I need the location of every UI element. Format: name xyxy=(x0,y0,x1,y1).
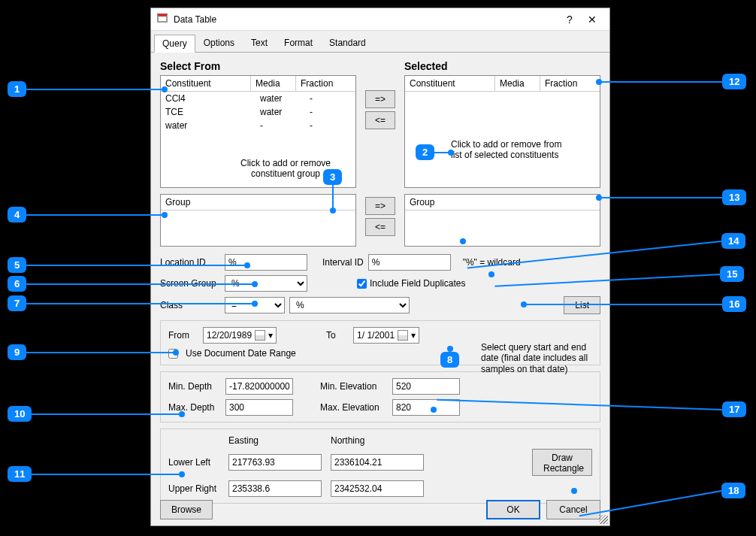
callout-17: 17 xyxy=(722,401,746,417)
chevron-down-icon: ▾ xyxy=(268,330,273,341)
from-date-input[interactable]: 12/20/1989▾ xyxy=(203,327,277,344)
close-button[interactable]: ✕ xyxy=(581,14,603,26)
lower-left-easting-input[interactable] xyxy=(228,454,322,471)
remove-constituent-button[interactable]: <= xyxy=(365,111,395,129)
callout-9: 9 xyxy=(8,344,26,360)
easting-label: Easting xyxy=(228,435,326,446)
add-group-button[interactable]: => xyxy=(365,197,395,215)
list-item: TCEwater- xyxy=(161,105,355,119)
include-duplicates-label: Include Field Duplicates xyxy=(370,278,465,289)
callout-14: 14 xyxy=(721,233,745,249)
min-depth-label: Min. Depth xyxy=(168,381,221,392)
include-duplicates-checkbox[interactable] xyxy=(357,279,367,289)
draw-rectangle-button[interactable]: Draw Rectangle xyxy=(532,449,592,476)
callout-4: 4 xyxy=(8,207,26,223)
callout-16: 16 xyxy=(722,296,746,312)
max-depth-input[interactable] xyxy=(225,399,293,416)
col-constituent: Constituent xyxy=(161,76,251,91)
tab-text[interactable]: Text xyxy=(243,34,276,52)
max-elev-label: Max. Elevation xyxy=(320,402,388,413)
northing-label: Northing xyxy=(331,435,428,446)
class-value-select[interactable]: % xyxy=(289,297,410,313)
callout-8: 8 xyxy=(440,352,459,368)
list-item: CCl4water- xyxy=(161,92,355,105)
tab-options[interactable]: Options xyxy=(195,34,243,52)
callout-5: 5 xyxy=(8,257,26,273)
callout-7: 7 xyxy=(8,295,26,311)
callout-1: 1 xyxy=(8,81,26,97)
to-label: To xyxy=(326,330,349,341)
min-elev-label: Min. Elevation xyxy=(320,381,388,392)
callout-13: 13 xyxy=(722,189,746,205)
app-icon xyxy=(157,14,169,26)
tab-query[interactable]: Query xyxy=(154,35,195,53)
upper-right-easting-input[interactable] xyxy=(228,480,322,497)
upper-right-northing-input[interactable] xyxy=(331,480,424,497)
resize-grip-icon[interactable] xyxy=(599,515,608,524)
callout-15: 15 xyxy=(720,266,744,282)
col-fraction: Fraction xyxy=(296,76,355,91)
interval-id-label: Interval ID xyxy=(322,257,364,268)
selected-list[interactable]: Constituent Media Fraction xyxy=(404,75,600,188)
selected-label: Selected xyxy=(404,60,600,72)
chevron-down-icon: ▾ xyxy=(411,330,416,341)
list-item: water-- xyxy=(161,119,355,132)
group-selected-col: Group xyxy=(405,195,600,210)
annotation-selected-constituents: Click to add or remove from list of sele… xyxy=(451,139,564,161)
col-constituent-sel: Constituent xyxy=(405,76,495,91)
col-media-sel: Media xyxy=(495,76,540,91)
callout-3: 3 xyxy=(323,169,342,185)
calendar-icon xyxy=(255,330,265,341)
col-fraction-sel: Fraction xyxy=(540,76,600,91)
min-elev-input[interactable] xyxy=(392,378,460,395)
calendar-icon xyxy=(398,330,408,341)
lower-left-northing-input[interactable] xyxy=(331,454,424,471)
add-constituent-button[interactable]: => xyxy=(365,90,395,108)
use-doc-date-label: Use Document Date Range xyxy=(186,348,296,359)
help-button[interactable]: ? xyxy=(558,14,581,26)
annotation-date-range: Select query start and end date (final d… xyxy=(481,342,601,374)
window-title: Data Table xyxy=(174,14,558,25)
callout-12: 12 xyxy=(722,74,746,89)
upper-right-label: Upper Right xyxy=(168,483,224,494)
interval-id-input[interactable] xyxy=(368,254,451,271)
browse-button[interactable]: Browse xyxy=(160,500,213,519)
cancel-button[interactable]: Cancel xyxy=(546,500,600,519)
callout-10: 10 xyxy=(8,406,32,422)
coords-panel: Easting Northing Lower Left Draw Rectang… xyxy=(160,428,600,504)
from-label: From xyxy=(168,330,198,341)
ok-button[interactable]: OK xyxy=(486,500,540,519)
tab-format[interactable]: Format xyxy=(276,34,321,52)
col-media: Media xyxy=(251,76,296,91)
callout-18: 18 xyxy=(721,483,745,498)
callout-11: 11 xyxy=(8,466,32,482)
remove-group-button[interactable]: <= xyxy=(365,218,395,236)
select-from-label: Select From xyxy=(160,60,356,72)
titlebar: Data Table ? ✕ xyxy=(151,8,609,31)
min-depth-input[interactable] xyxy=(225,378,293,395)
tab-standard[interactable]: Standard xyxy=(321,34,374,52)
callout-2: 2 xyxy=(416,144,434,160)
to-date-input[interactable]: 1/ 1/2001▾ xyxy=(353,327,419,344)
callout-6: 6 xyxy=(8,276,26,292)
tab-strip: Query Options Text Format Standard xyxy=(151,31,609,53)
